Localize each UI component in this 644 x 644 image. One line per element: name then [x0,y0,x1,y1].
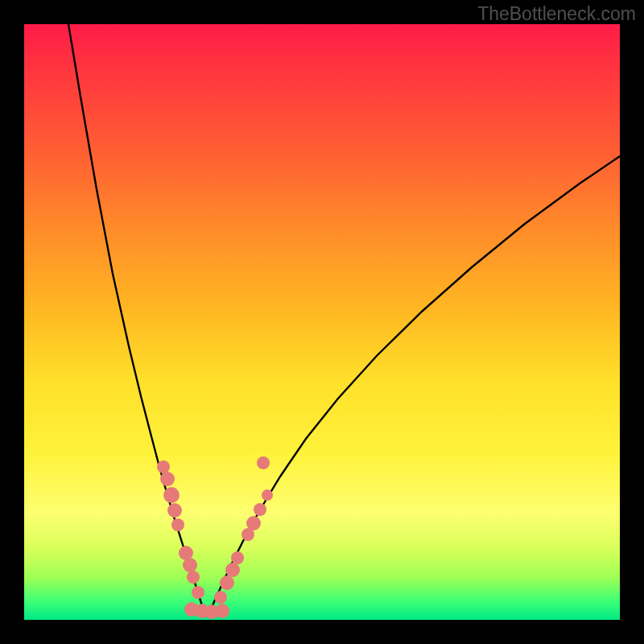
watermark-text: TheBottleneck.com [477,3,636,25]
scatter-point [257,456,270,469]
scatter-point [262,489,273,501]
curve-left-branch [68,24,207,617]
plot-area [24,24,620,620]
scatter-point [214,591,227,604]
scatter-point [167,503,182,518]
scatter-point [163,487,180,503]
scatter-point [183,558,197,572]
scatter-point [157,460,170,473]
scatter-point [220,576,234,590]
chart-svg [24,24,620,620]
scatter-point [192,586,204,599]
scatter-point [231,551,244,564]
curve-group [68,24,620,617]
scatter-points [157,456,273,619]
scatter-point [171,518,184,531]
scatter-point [254,503,266,516]
scatter-point [225,563,240,577]
chart-frame: TheBottleneck.com [0,0,644,644]
scatter-point [160,472,175,486]
scatter-point [215,604,229,618]
scatter-point [246,516,261,530]
curve-right-branch [207,156,620,617]
scatter-point [187,571,200,584]
